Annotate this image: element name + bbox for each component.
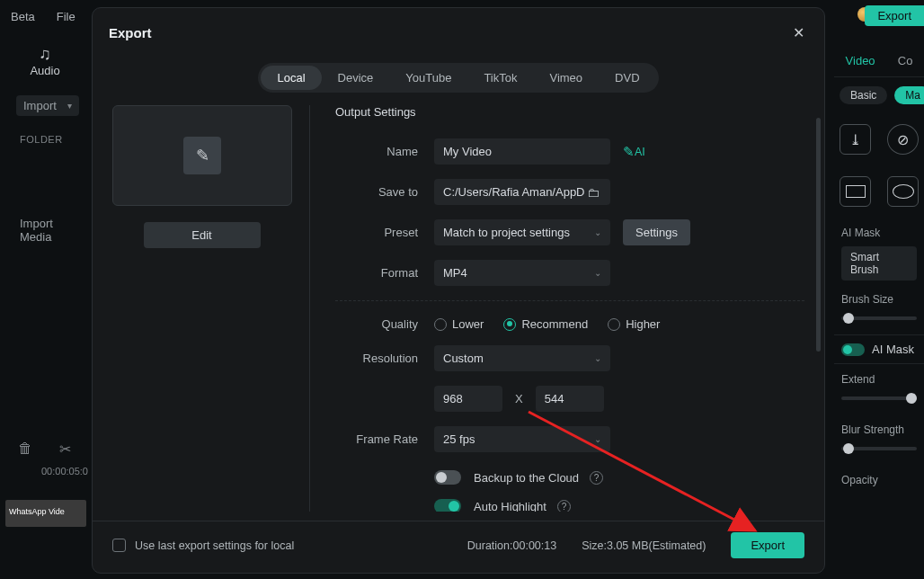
format-select[interactable]: MP4 ⌄ (434, 260, 610, 286)
format-value: MP4 (443, 266, 467, 280)
import-dropdown[interactable]: Import ▾ (16, 95, 79, 116)
video-thumbnail: ✎ (112, 105, 292, 206)
import-mask-icon[interactable]: ⤓ (840, 124, 871, 155)
chevron-down-icon: ▾ (67, 101, 72, 111)
edit-thumbnail-button[interactable]: Edit (144, 222, 261, 248)
extend-label: Extend (834, 364, 924, 389)
auto-highlight-label: Auto Highlight (474, 500, 546, 512)
topbar-export-button[interactable]: Export (865, 5, 924, 26)
menu-file[interactable]: File (46, 10, 86, 23)
close-icon[interactable]: ✕ (789, 21, 808, 45)
dimension-x-label: X (515, 392, 523, 405)
use-last-settings-checkbox[interactable] (112, 539, 126, 552)
backup-cloud-toggle[interactable] (434, 470, 461, 485)
thumbnail-column: ✎ Edit (112, 105, 310, 512)
tab-vimeo[interactable]: Vimeo (533, 66, 599, 90)
format-label: Format (335, 266, 434, 280)
chevron-down-icon: ⌄ (594, 434, 601, 444)
tab-device[interactable]: Device (322, 66, 390, 90)
resolution-label: Resolution (335, 352, 434, 365)
ai-mask-toggle[interactable] (841, 343, 865, 356)
folder-section-label: FOLDER (20, 134, 70, 145)
ai-mask-toggle-label: AI Mask (872, 343, 914, 356)
dialog-title: Export (109, 25, 152, 40)
preset-label: Preset (335, 226, 434, 239)
height-input[interactable] (536, 386, 604, 412)
chevron-down-icon: ⌄ (594, 268, 601, 278)
trash-icon[interactable]: 🗑 (18, 441, 32, 458)
subtab-ma[interactable]: Ma (894, 86, 924, 104)
quality-recommend-label: Recommend (521, 317, 588, 331)
timeline-timecode: 00:00:05:0 (41, 466, 88, 477)
brush-size-slider[interactable] (841, 316, 917, 320)
name-label: Name (335, 145, 434, 158)
tab-video[interactable]: Video (840, 50, 881, 71)
export-dialog: Export ✕ Local Device YouTube TikTok Vim… (92, 7, 825, 574)
frame-rate-value: 25 fps (443, 432, 475, 446)
scrollbar[interactable] (816, 118, 821, 521)
none-mask-icon[interactable]: ⊘ (887, 124, 919, 155)
name-input[interactable] (434, 138, 610, 165)
ai-suffix: AI (635, 146, 645, 158)
help-icon[interactable]: ? (557, 500, 571, 512)
blur-strength-label: Blur Strength (834, 414, 924, 440)
tab-co[interactable]: Co (893, 50, 919, 71)
output-settings-column: Output Settings Name ✎AI Save to 🗀 Prese… (310, 105, 804, 512)
import-media-button[interactable]: Import Media (20, 217, 70, 244)
frame-rate-label: Frame Rate (335, 432, 434, 446)
extend-slider[interactable] (841, 396, 917, 400)
folder-icon[interactable]: 🗀 (587, 185, 600, 200)
timeline-clip[interactable]: WhatsApp Vide (5, 500, 86, 527)
ellipse-mask-icon[interactable] (887, 176, 919, 207)
quality-radio-group: Lower Recommend Higher (434, 317, 660, 331)
timeline-toolbar: 🗑 ✂ (18, 441, 71, 458)
size-info: Size:3.05 MB(Estimated) (582, 539, 706, 552)
pencil-icon: ✎ (183, 137, 221, 174)
save-to-label: Save to (335, 185, 434, 199)
import-label: Import (23, 99, 57, 112)
export-destination-tabs: Local Device YouTube TikTok Vimeo DVD (93, 58, 824, 105)
width-input[interactable] (434, 386, 502, 412)
settings-button[interactable]: Settings (623, 219, 690, 245)
tab-dvd[interactable]: DVD (599, 66, 655, 90)
output-settings-heading: Output Settings (335, 105, 804, 119)
right-inspector-panel: Video Co Basic Ma ⤓ ⊘ AI Mask Smart Brus… (834, 45, 924, 490)
chevron-down-icon: ⌄ (594, 353, 601, 363)
save-to-input[interactable] (434, 179, 610, 205)
quality-lower-radio[interactable]: Lower (434, 317, 484, 331)
blur-strength-slider[interactable] (841, 447, 917, 450)
ai-pencil-icon[interactable]: ✎AI (623, 144, 645, 160)
tab-audio-label: Audio (30, 64, 59, 77)
tab-local[interactable]: Local (261, 66, 321, 90)
quality-lower-label: Lower (452, 317, 484, 331)
auto-highlight-toggle[interactable] (434, 499, 461, 512)
quality-recommend-radio[interactable]: Recommend (503, 317, 588, 331)
left-panel: ♫ Audio Import ▾ FOLDER Import Media (0, 36, 90, 316)
preset-select[interactable]: Match to project settings ⌄ (434, 219, 610, 245)
frame-rate-select[interactable]: 25 fps ⌄ (434, 426, 610, 452)
opacity-label: Opacity (834, 465, 924, 490)
export-button[interactable]: Export (731, 532, 804, 558)
menu-beta[interactable]: Beta (0, 10, 46, 23)
backup-cloud-label: Backup to the Cloud (474, 471, 579, 485)
chevron-down-icon: ⌄ (594, 227, 601, 237)
section-divider (335, 300, 804, 301)
preset-value: Match to project settings (443, 226, 570, 239)
ai-mask-heading: AI Mask (834, 218, 924, 243)
brush-size-label: Brush Size (834, 284, 924, 309)
scissors-icon[interactable]: ✂ (59, 441, 71, 458)
quality-label: Quality (335, 317, 434, 331)
music-note-icon: ♫ (0, 45, 90, 64)
tab-youtube[interactable]: YouTube (389, 66, 467, 90)
tab-tiktok[interactable]: TikTok (467, 66, 533, 90)
resolution-select[interactable]: Custom ⌄ (434, 345, 610, 371)
dialog-footer: Use last export settings for local Durat… (93, 521, 824, 573)
rect-mask-icon[interactable] (840, 176, 871, 207)
quality-higher-label: Higher (626, 317, 660, 331)
resolution-value: Custom (443, 352, 484, 365)
smart-brush-chip[interactable]: Smart Brush (841, 246, 917, 281)
help-icon[interactable]: ? (590, 471, 603, 485)
quality-higher-radio[interactable]: Higher (608, 317, 660, 331)
subtab-basic[interactable]: Basic (840, 86, 887, 104)
tab-audio[interactable]: ♫ Audio (0, 36, 90, 86)
